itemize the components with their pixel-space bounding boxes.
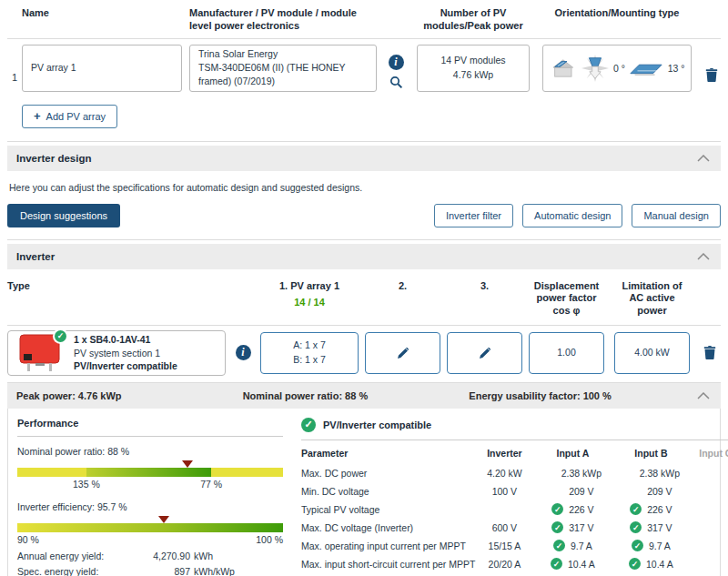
pv-array-row: 1 PV array 1 Trina Solar Energy TSM-340D… — [7, 45, 721, 92]
col-input-c: Input C — [690, 448, 728, 459]
input-b-value: 9.7 A — [649, 541, 671, 551]
inverter-design-section-bar: Inverter design — [7, 146, 721, 171]
inverter-header-divider — [7, 325, 721, 326]
column-header-array1: 1. PV array 1 14 / 14 — [260, 280, 359, 308]
ok-check-icon: ✓ — [551, 521, 563, 533]
energy-usability-summary: Energy usability factor: 100 % — [469, 390, 695, 401]
azimuth-compass-icon — [581, 54, 610, 83]
pv-module-field[interactable]: Trina Solar Energy TSM-340DE06M (II) (TH… — [189, 45, 377, 92]
col-input-b: Input B — [612, 448, 690, 459]
module-info-icon[interactable]: i — [389, 55, 404, 70]
tilt-panel-icon — [629, 60, 663, 76]
inverter-info-icon[interactable]: i — [236, 345, 251, 360]
column-header-3: 3. — [447, 280, 522, 293]
delete-inverter-icon[interactable] — [703, 345, 717, 360]
inverter-model: 1 x SB4.0-1AV-41 — [74, 333, 177, 346]
stat-label: Spec. energy yield: — [17, 566, 152, 576]
inverter-efficiency-label: Inverter efficiency: 95.7 % — [17, 501, 283, 512]
gauge-tick: 77 % — [200, 479, 222, 490]
modules-count-field[interactable]: 14 PV modules 4.76 kWp — [417, 45, 530, 92]
inverter-value: 15/15 A — [475, 541, 533, 551]
inverter-compatibility-status: PV/Inverter compatible — [74, 359, 177, 372]
array2-config-field[interactable] — [365, 332, 440, 374]
array1-string-config-field[interactable]: A: 1 x 7 B: 1 x 7 — [260, 332, 359, 374]
param-label: Min. DC voltage — [301, 486, 475, 497]
stat-value: 897 — [152, 566, 190, 576]
compatibility-panel: ✓ PV/Inverter compatible Parameter Inver… — [288, 409, 728, 576]
azimuth-value: 0 ° — [613, 63, 625, 74]
collapse-results-icon[interactable] — [695, 392, 712, 399]
input-a-value: 209 V — [569, 486, 593, 497]
module-actions: i — [384, 47, 408, 89]
inverter-type-text: 1 x SB4.0-1AV-41 PV system section 1 PV/… — [74, 333, 177, 372]
col-parameter: Parameter — [301, 448, 475, 459]
design-button-group: Inverter filter Automatic design Manual … — [434, 204, 721, 227]
ok-check-icon: ✓ — [630, 521, 642, 533]
string-config-b: B: 1 x 7 — [293, 353, 326, 368]
param-label: Max. operating input current per MPPT — [301, 541, 475, 551]
inverter-image: ✓ — [14, 332, 65, 374]
pv-array-name-field[interactable]: PV array 1 — [22, 45, 182, 92]
param-label: Typical PV voltage — [301, 504, 475, 515]
column-header-2: 2. — [365, 280, 440, 293]
inverter-efficiency-ticks: 90 % 100 % — [17, 534, 283, 545]
param-label: Max. DC voltage (Inverter) — [301, 522, 475, 533]
input-a-value: 317 V — [569, 522, 593, 533]
inverter-filter-button[interactable]: Inverter filter — [434, 204, 513, 227]
performance-panel: Performance Nominal power ratio: 88 % 13… — [8, 409, 288, 576]
cosphi-value: 1.00 — [557, 346, 575, 360]
compat-row: Typical PV voltage ✓226 V ✓226 V — [301, 500, 728, 519]
nominal-power-ratio-ticks: 135 % 77 % — [17, 479, 283, 492]
row-index: 1 — [7, 54, 22, 83]
inverter-type-field[interactable]: ✓ 1 x SB4.0-1AV-41 PV system section 1 P… — [7, 330, 226, 376]
collapse-inverter-design-icon[interactable] — [695, 155, 712, 162]
string-config-a: A: 1 x 7 — [293, 339, 326, 353]
gauge-tick: 135 % — [73, 479, 100, 490]
stat-row: Spec. energy yield: 897 kWh/kWp — [17, 566, 283, 576]
param-label: Max. input short-circuit current per MPP… — [301, 559, 475, 570]
compatibility-table-header: Parameter Inverter Input A Input B Input… — [301, 440, 728, 464]
stat-value: 4,270.90 — [152, 551, 190, 561]
inverter-value: 600 V — [475, 522, 533, 533]
cosphi-field[interactable]: 1.00 — [529, 332, 604, 374]
inverter-value: 20/20 A — [475, 559, 533, 570]
nominal-power-ratio-gauge — [17, 468, 283, 477]
input-a-value: 9.7 A — [571, 541, 592, 551]
manufacturer-value: Trina Solar Energy — [198, 47, 368, 61]
automatic-design-button[interactable]: Automatic design — [522, 204, 622, 227]
section-divider — [7, 239, 721, 240]
ac-limit-field[interactable]: 4.00 kW — [614, 332, 690, 374]
inverter-value: 4.20 kW — [475, 468, 533, 479]
gauge-marker-icon — [158, 516, 169, 523]
array3-config-field[interactable] — [447, 332, 522, 374]
column-header-ac-limit: Limitation of AC active power — [614, 280, 690, 318]
input-b-value: 317 V — [647, 522, 672, 533]
inverter-compatible-check-icon: ✓ — [55, 330, 66, 342]
inverter-delete-cell — [701, 345, 719, 360]
edit-pencil-icon — [479, 347, 491, 359]
pv-array-delete-cell — [703, 53, 721, 83]
array1-module-count: 14 / 14 — [294, 297, 325, 308]
pv-array-name-value: PV array 1 — [31, 61, 173, 75]
delete-pv-array-icon[interactable] — [704, 67, 719, 83]
results-detail-area: Performance Nominal power ratio: 88 % 13… — [7, 409, 721, 576]
ok-check-icon: ✓ — [551, 503, 563, 515]
design-suggestions-button[interactable]: Design suggestions — [7, 204, 120, 227]
peak-power-summary: Peak power: 4.76 kWp — [16, 390, 243, 401]
orientation-field[interactable]: 0 ° 13 ° — [542, 45, 692, 92]
pv-array-table-header: Name Manufacturer / PV module / module l… — [7, 5, 721, 38]
compat-row: Max. DC power 4.20 kW ✓2.38 kWp ✓2.38 kW… — [301, 464, 728, 482]
input-b-value: 10.4 A — [646, 559, 673, 570]
stat-unit: kWh — [194, 551, 213, 561]
ok-check-icon: ✓ — [551, 558, 562, 570]
manual-design-button[interactable]: Manual design — [632, 204, 721, 227]
nominal-power-ratio-label: Nominal power ratio: 88 % — [17, 446, 283, 457]
input-b-value: 226 V — [647, 504, 672, 515]
module-search-icon[interactable] — [389, 76, 403, 89]
add-pv-array-button[interactable]: + Add PV array — [22, 105, 117, 128]
ok-check-icon: ✓ — [553, 540, 565, 551]
section-divider — [7, 141, 721, 142]
collapse-inverter-icon[interactable] — [695, 253, 712, 260]
tilt-value: 13 ° — [668, 63, 685, 74]
input-a-value: 226 V — [569, 504, 593, 515]
